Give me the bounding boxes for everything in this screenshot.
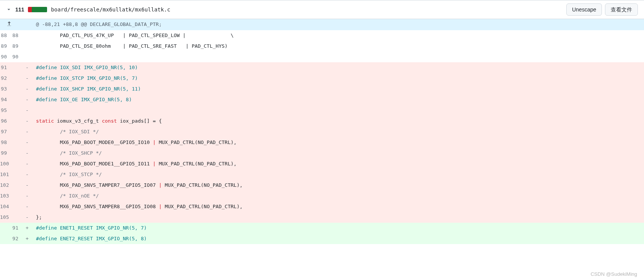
- code-cell[interactable]: #define ENET2_RESET IMX_GPIO_NR(5, 8): [31, 233, 644, 244]
- new-line-number[interactable]: [11, 84, 23, 94]
- hunk-mark: [23, 19, 31, 30]
- new-line-number[interactable]: [11, 201, 23, 212]
- diff-mark: -: [23, 84, 31, 94]
- old-line-number[interactable]: 97: [0, 126, 11, 137]
- diff-mark: -: [23, 126, 31, 137]
- diff-row: 94-#define IOX_OE IMX_GPIO_NR(5, 8): [0, 94, 644, 105]
- code-cell[interactable]: /* IOX_SHCP */: [31, 148, 644, 159]
- code-cell[interactable]: #define IOX_STCP IMX_GPIO_NR(5, 7): [31, 73, 644, 84]
- old-line-number[interactable]: 92: [0, 73, 11, 84]
- old-line-number[interactable]: 103: [0, 191, 11, 201]
- diff-row: 104- MX6_PAD_SNVS_TAMPER8__GPIO5_IO08 | …: [0, 201, 644, 212]
- diff-mark: [23, 41, 31, 52]
- old-line-number[interactable]: 94: [0, 94, 11, 105]
- change-count: 111: [15, 6, 24, 13]
- diff-row: 92-#define IOX_STCP IMX_GPIO_NR(5, 7): [0, 73, 644, 84]
- old-line-number[interactable]: 89: [0, 41, 11, 52]
- new-line-number[interactable]: [11, 137, 23, 148]
- old-line-number[interactable]: 88: [0, 30, 11, 41]
- diff-row: 102- MX6_PAD_SNVS_TAMPER7__GPIO5_IO07 | …: [0, 180, 644, 191]
- code-cell[interactable]: [31, 105, 644, 116]
- new-line-number[interactable]: [11, 105, 23, 116]
- diff-mark: +: [23, 223, 31, 233]
- old-line-number[interactable]: [0, 223, 11, 233]
- diff-row: 100- MX6_PAD_BOOT_MODE1__GPIO5_IO11 | MU…: [0, 159, 644, 169]
- diff-row: 105-};: [0, 212, 644, 223]
- diff-row: 8989 PAD_CTL_DSE_80ohm | PAD_CTL_SRE_FAS…: [0, 41, 644, 52]
- diff-row: 103- /* IOX_nOE */: [0, 191, 644, 201]
- code-cell[interactable]: #define ENET1_RESET IMX_GPIO_NR(5, 7): [31, 223, 644, 233]
- diff-row: 8888 PAD_CTL_PUS_47K_UP | PAD_CTL_SPEED_…: [0, 30, 644, 41]
- new-line-number[interactable]: 88: [11, 30, 23, 41]
- file-path[interactable]: board/freescale/mx6ullatk/mx6ullatk.c: [51, 6, 170, 13]
- code-cell[interactable]: MX6_PAD_BOOT_MODE1__GPIO5_IO11 | MUX_PAD…: [31, 159, 644, 169]
- code-cell[interactable]: #define IOX_OE IMX_GPIO_NR(5, 8): [31, 94, 644, 105]
- old-line-number[interactable]: 100: [0, 159, 11, 169]
- diff-row: 96-static iomux_v3_cfg_t const iox_pads[…: [0, 116, 644, 126]
- diff-mark: -: [23, 105, 31, 116]
- new-line-number[interactable]: [11, 62, 23, 73]
- old-line-number[interactable]: 93: [0, 84, 11, 94]
- old-line-number[interactable]: 98: [0, 137, 11, 148]
- chevron-down-icon[interactable]: [6, 7, 11, 12]
- old-line-number[interactable]: 96: [0, 116, 11, 126]
- code-cell[interactable]: PAD_CTL_DSE_80ohm | PAD_CTL_SRE_FAST | P…: [31, 41, 644, 52]
- code-cell[interactable]: MX6_PAD_BOOT_MODE0__GPIO5_IO10 | MUX_PAD…: [31, 137, 644, 148]
- code-cell[interactable]: /* IOX_SDI */: [31, 126, 644, 137]
- expand-up-icon: [6, 20, 12, 26]
- code-cell[interactable]: };: [31, 212, 644, 223]
- unescape-button[interactable]: Unescape: [566, 3, 602, 16]
- old-line-number[interactable]: 99: [0, 148, 11, 159]
- code-cell[interactable]: /* IOX_STCP */: [31, 169, 644, 180]
- old-line-number[interactable]: 95: [0, 105, 11, 116]
- diff-row: 98- MX6_PAD_BOOT_MODE0__GPIO5_IO10 | MUX…: [0, 137, 644, 148]
- new-line-number[interactable]: [11, 126, 23, 137]
- diff-mark: -: [23, 180, 31, 191]
- new-line-number[interactable]: [11, 159, 23, 169]
- code-cell[interactable]: #define IOX_SDI IMX_GPIO_NR(5, 10): [31, 62, 644, 73]
- new-line-number[interactable]: 91: [11, 223, 23, 233]
- old-line-number[interactable]: [0, 233, 11, 244]
- diff-row: 91+#define ENET1_RESET IMX_GPIO_NR(5, 7): [0, 223, 644, 233]
- diff-mark: -: [23, 62, 31, 73]
- new-line-number[interactable]: [11, 169, 23, 180]
- view-file-button[interactable]: 查看文件: [605, 3, 638, 16]
- diff-row: 9090: [0, 52, 644, 62]
- old-line-number[interactable]: 104: [0, 201, 11, 212]
- new-line-number[interactable]: [11, 73, 23, 84]
- file-header: 111 board/freescale/mx6ullatk/mx6ullatk.…: [0, 0, 644, 19]
- diff-mark: -: [23, 191, 31, 201]
- code-cell[interactable]: static iomux_v3_cfg_t const iox_pads[] =…: [31, 116, 644, 126]
- new-line-number[interactable]: [11, 94, 23, 105]
- hunk-header-text: @ -88,21 +88,8 @@ DECLARE_GLOBAL_DATA_PT…: [31, 19, 644, 30]
- new-line-number[interactable]: [11, 116, 23, 126]
- old-line-number[interactable]: 105: [0, 212, 11, 223]
- code-cell[interactable]: /* IOX_nOE */: [31, 191, 644, 201]
- diff-mark: -: [23, 159, 31, 169]
- code-cell[interactable]: PAD_CTL_PUS_47K_UP | PAD_CTL_SPEED_LOW |…: [31, 30, 644, 41]
- diff-stat-bar: [28, 7, 47, 12]
- diff-mark: -: [23, 201, 31, 212]
- code-cell[interactable]: MX6_PAD_SNVS_TAMPER7__GPIO5_IO07 | MUX_P…: [31, 180, 644, 191]
- code-cell[interactable]: MX6_PAD_SNVS_TAMPER8__GPIO5_IO08 | MUX_P…: [31, 201, 644, 212]
- old-line-number[interactable]: 90: [0, 52, 11, 62]
- old-line-number[interactable]: 91: [0, 62, 11, 73]
- diff-row: 99- /* IOX_SHCP */: [0, 148, 644, 159]
- diff-mark: -: [23, 116, 31, 126]
- diff-mark: -: [23, 212, 31, 223]
- new-line-number[interactable]: [11, 212, 23, 223]
- new-line-number[interactable]: [11, 180, 23, 191]
- code-cell[interactable]: #define IOX_SHCP IMX_GPIO_NR(5, 11): [31, 84, 644, 94]
- header-actions: Unescape 查看文件: [566, 3, 638, 16]
- old-line-number[interactable]: 101: [0, 169, 11, 180]
- diff-mark: -: [23, 73, 31, 84]
- code-cell[interactable]: [31, 52, 644, 62]
- diff-row: 92+#define ENET2_RESET IMX_GPIO_NR(5, 8): [0, 233, 644, 244]
- new-line-number[interactable]: [11, 191, 23, 201]
- new-line-number[interactable]: 90: [11, 52, 23, 62]
- new-line-number[interactable]: 92: [11, 233, 23, 244]
- new-line-number[interactable]: 89: [11, 41, 23, 52]
- old-line-number[interactable]: 102: [0, 180, 11, 191]
- new-line-number[interactable]: [11, 148, 23, 159]
- expand-hunk-cell[interactable]: [0, 19, 23, 30]
